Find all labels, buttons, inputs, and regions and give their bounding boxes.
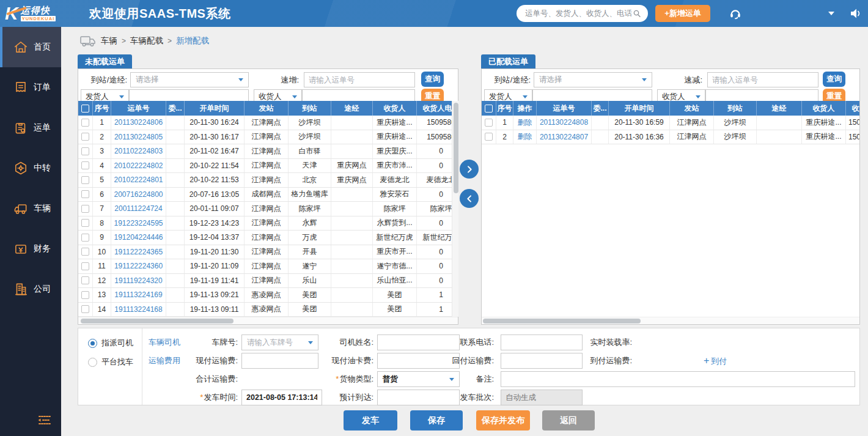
table-cell: 5: [93, 173, 111, 187]
row-checkbox[interactable]: [81, 219, 89, 227]
save-publish-button[interactable]: 保存并发布: [476, 410, 530, 430]
row-checkbox[interactable]: [81, 291, 89, 299]
row-checkbox[interactable]: [81, 276, 89, 284]
speaker-icon[interactable]: [848, 6, 863, 21]
move-left-button[interactable]: [460, 189, 479, 208]
right-table-horizontal-scrollbar[interactable]: [482, 317, 859, 323]
table-cell: 江津网点: [245, 116, 289, 130]
search-icon[interactable]: [632, 9, 642, 18]
add-arrival-pay-link[interactable]: +到付: [704, 353, 727, 369]
row-checkbox[interactable]: [81, 161, 89, 169]
breadcrumb: 车辆>车辆配载>新增配载: [79, 33, 209, 49]
waybill-link[interactable]: 201022224802: [114, 161, 163, 170]
row-checkbox[interactable]: [81, 190, 89, 198]
table-cell: 19-11-19 11:41: [185, 274, 245, 288]
station-filter-select[interactable]: 请选择: [130, 72, 249, 87]
right-search-button[interactable]: 查询: [823, 72, 845, 87]
breadcrumb-item[interactable]: 车辆: [101, 35, 117, 46]
row-checkbox[interactable]: [81, 234, 89, 242]
row-checkbox[interactable]: [81, 147, 89, 155]
waybill-link[interactable]: 191122224360: [114, 262, 163, 270]
sidebar-item-order[interactable]: 订单: [0, 67, 61, 108]
plate-select[interactable]: 请输入车牌号: [241, 334, 318, 350]
left-table-vertical-scrollbar[interactable]: [452, 101, 458, 317]
row-checkbox-cell: [78, 188, 93, 202]
sidebar-item-finance[interactable]: 财务: [0, 229, 61, 269]
assign-driver-radio[interactable]: 指派司机: [88, 338, 133, 349]
row-checkbox[interactable]: [81, 205, 89, 213]
sidebar-item-transfer[interactable]: 中转: [0, 148, 61, 188]
waybill-link[interactable]: 201130224808: [540, 118, 588, 127]
column-header: 收货人电话: [417, 101, 452, 116]
waybill-link[interactable]: 191204224446: [114, 233, 163, 242]
platform-find-radio[interactable]: 平台找车: [88, 357, 133, 368]
sidebar-item-home[interactable]: 首页: [0, 27, 61, 67]
table-cell: 格力鱼嘴库: [289, 188, 331, 202]
select-all-checkbox[interactable]: [81, 105, 89, 113]
table-cell: 191122224360: [111, 259, 166, 273]
sidebar-item-label: 订单: [34, 82, 51, 93]
customer-service-icon[interactable]: [729, 7, 742, 20]
quick-remove-input[interactable]: [708, 73, 818, 87]
global-search-input[interactable]: [525, 9, 632, 18]
table-cell: [166, 202, 185, 216]
back-button[interactable]: 返回: [542, 410, 595, 430]
remark-input[interactable]: [501, 372, 855, 386]
waybill-link[interactable]: 201130224805: [114, 133, 163, 141]
table-row: 320110222480320-11-02 16:47江津网点白市驿重庆盟庆..…: [78, 144, 452, 159]
waybill-link[interactable]: 201102224803: [114, 147, 163, 155]
row-checkbox[interactable]: [81, 248, 89, 256]
pay-now-input[interactable]: [242, 353, 318, 368]
sidebar-collapse-icon[interactable]: [35, 414, 53, 426]
select-all-checkbox[interactable]: [485, 105, 493, 113]
left-table-horizontal-scrollbar[interactable]: [78, 317, 458, 323]
waybill-link[interactable]: 191119224320: [114, 276, 162, 285]
table-row: 1419111322416819-11-13 09:11惠凌网点美团美团1: [78, 303, 452, 317]
quick-add-input[interactable]: [304, 73, 414, 87]
breadcrumb-item[interactable]: 车辆配载: [130, 35, 163, 46]
waybill-link[interactable]: 200111224724: [114, 204, 162, 213]
table-cell: [331, 274, 373, 288]
waybill-link[interactable]: 201022224801: [114, 176, 163, 184]
sidebar-item-waybill[interactable]: 运单: [0, 108, 61, 148]
sidebar-item-vehicle[interactable]: 车辆: [0, 188, 61, 229]
new-waybill-button[interactable]: +新增运单: [655, 5, 710, 22]
table-cell: 20-10-22 11:54: [185, 159, 245, 173]
plate-label: 车牌号:: [183, 334, 238, 350]
waybill-link[interactable]: 191113224168: [114, 305, 162, 314]
waybill-link[interactable]: 191223224595: [114, 219, 163, 227]
table-cell: 重庆耕途...: [802, 130, 846, 144]
waybill-link[interactable]: 201130224806: [114, 118, 163, 127]
row-checkbox[interactable]: [485, 133, 493, 141]
row-checkbox[interactable]: [485, 119, 493, 127]
row-checkbox[interactable]: [81, 305, 89, 313]
chevron-down-icon: [119, 95, 124, 98]
table-cell: 沙坪坝: [714, 116, 757, 130]
depart-time-input[interactable]: [242, 390, 322, 405]
waybill-link[interactable]: 191122224365: [114, 248, 163, 256]
unloaded-waybills-tab[interactable]: 未配载运单: [78, 54, 132, 68]
row-checkbox-cell: [78, 274, 93, 288]
row-checkbox[interactable]: [81, 119, 89, 127]
sidebar-item-company[interactable]: 公司: [0, 269, 61, 309]
waybill-link[interactable]: 201130224807: [540, 133, 588, 141]
depart-button[interactable]: 发车: [344, 410, 397, 430]
row-checkbox[interactable]: [81, 262, 89, 270]
waybill-link[interactable]: 191113224169: [114, 290, 162, 299]
loaded-waybills-tab[interactable]: 已配载运单: [481, 54, 535, 68]
row-checkbox[interactable]: [81, 176, 89, 184]
left-search-button[interactable]: 查询: [421, 72, 444, 87]
table-cell: 9: [93, 231, 111, 245]
delete-link[interactable]: 删除: [518, 117, 532, 128]
station-filter-select[interactable]: 请选择: [534, 72, 652, 87]
waybill-link[interactable]: 200716224800: [114, 190, 163, 199]
table-cell: 1509580: [417, 130, 452, 144]
user-menu-caret-icon[interactable]: [828, 12, 834, 15]
move-right-button[interactable]: [460, 160, 479, 179]
save-button[interactable]: 保存: [410, 410, 463, 430]
table-cell: 江津网点: [245, 159, 289, 173]
row-checkbox[interactable]: [81, 133, 89, 141]
table-cell: 开县: [289, 245, 331, 259]
oil-card-label: 现付油卡费:: [318, 353, 373, 369]
delete-link[interactable]: 删除: [518, 131, 532, 142]
